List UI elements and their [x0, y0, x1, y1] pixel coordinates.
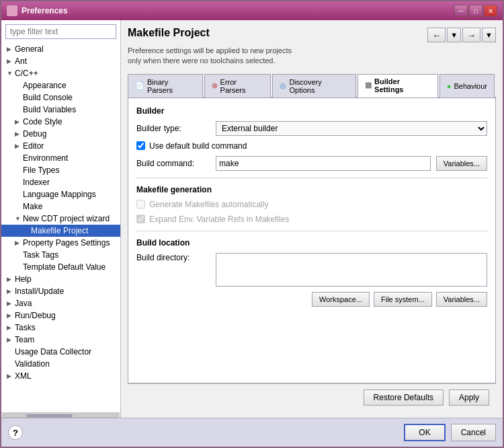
sidebar-item-validation[interactable]: Validation [1, 358, 120, 370]
sidebar-item-build-variables[interactable]: Build Variables [1, 104, 120, 116]
search-input[interactable] [5, 24, 116, 39]
builder-icon: ▦ [365, 81, 372, 89]
makefile-section-title: Makefile generation [136, 185, 487, 194]
sidebar-item-template-default[interactable]: Template Default Value [1, 261, 120, 273]
sidebar-item-usage-data[interactable]: Usage Data Collector [1, 346, 120, 358]
sidebar-item-label: Template Default Value [23, 262, 106, 272]
error-parsers-icon: ⊗ [212, 81, 218, 90]
arrow-icon: ▶ [15, 239, 22, 246]
bottom-bar: Restore Defaults Apply [128, 383, 496, 411]
sidebar-item-code-style[interactable]: ▶ Code Style [1, 116, 120, 128]
arrow-icon: ▶ [7, 324, 13, 331]
workspace-button[interactable]: Workspace... [312, 292, 370, 307]
sidebar-item-new-cdt[interactable]: ▼ New CDT project wizard [1, 213, 120, 225]
sidebar-item-install-update[interactable]: ▶ Install/Update [1, 285, 120, 297]
arrow-icon: ▶ [7, 276, 13, 283]
default-build-command-checkbox[interactable] [136, 141, 145, 150]
tab-discovery-options[interactable]: ◎ Discovery Options [272, 74, 356, 98]
ok-button[interactable]: OK [404, 424, 445, 441]
builder-type-label: Builder type: [136, 124, 210, 133]
sidebar-item-label: Language Mappings [23, 190, 96, 199]
sidebar-item-label: File Types [23, 165, 59, 175]
tab-behaviour[interactable]: ● Behaviour [439, 74, 495, 98]
content-area: Builder Builder type: External builder U… [128, 98, 496, 383]
sidebar-item-environment[interactable]: Environment [1, 152, 120, 164]
tab-label: Builder Settings [374, 77, 431, 94]
sidebar-item-run-debug[interactable]: ▶ Run/Debug [1, 309, 120, 322]
title-bar-left: Preferences [7, 5, 68, 16]
location-variables-button[interactable]: Variables... [436, 292, 487, 307]
sidebar-item-label: Ant [15, 57, 27, 66]
divider2 [136, 231, 487, 231]
bottom-buttons: Restore Defaults Apply [364, 389, 489, 406]
sidebar-item-xml[interactable]: ▶ XML [1, 370, 120, 382]
maximize-button[interactable]: □ [469, 5, 482, 17]
sidebar-item-java[interactable]: ▶ Java [1, 297, 120, 309]
sidebar-item-label: Team [15, 335, 34, 344]
nav-dropdown[interactable]: ▼ [447, 28, 461, 42]
default-build-command-row: Use default build command [136, 141, 487, 151]
sidebar-item-help[interactable]: ▶ Help [1, 273, 120, 285]
default-build-command-label: Use default build command [149, 141, 247, 151]
minimize-button[interactable]: ─ [454, 5, 468, 17]
sidebar-item-label: C/C++ [15, 69, 38, 78]
sidebar-item-language-mappings[interactable]: Language Mappings [1, 188, 120, 200]
tab-builder-settings[interactable]: ▦ Builder Settings [358, 74, 438, 98]
sidebar-item-property-pages[interactable]: ▶ Property Pages Settings [1, 237, 120, 249]
sidebar-item-label: Code Style [23, 117, 62, 126]
restore-defaults-button[interactable]: Restore Defaults [364, 389, 444, 406]
cancel-button[interactable]: Cancel [451, 424, 496, 441]
apply-button[interactable]: Apply [449, 389, 489, 406]
sidebar-item-build-console[interactable]: Build Console [1, 91, 120, 104]
expand-refs-checkbox[interactable] [136, 215, 145, 223]
forward-dropdown[interactable]: ▼ [482, 28, 496, 42]
sidebar-item-label: Validation [15, 359, 50, 369]
sidebar-item-general[interactable]: ▶ General [1, 43, 120, 55]
tab-error-parsers[interactable]: ⊗ Error Parsers [204, 74, 271, 98]
generate-makefiles-label: Generate Makefiles automatically [149, 200, 268, 209]
sidebar-item-makefile-project[interactable]: Makefile Project [1, 225, 120, 237]
sidebar-item-debug[interactable]: ▶ Debug [1, 128, 120, 140]
sidebar-scrollbar[interactable] [1, 412, 120, 418]
build-command-input[interactable] [216, 156, 431, 171]
sidebar-item-team[interactable]: ▶ Team [1, 334, 120, 346]
sidebar-item-label: Tasks [15, 323, 36, 332]
sidebar-item-file-types[interactable]: File Types [1, 164, 120, 176]
main-content: ▶ General ▶ Ant ▼ C/C++ Appearance B [1, 20, 503, 418]
build-location-title: Build location [136, 238, 487, 248]
behaviour-icon: ● [447, 82, 452, 90]
sidebar-item-label: Editor [23, 141, 44, 151]
sidebar-item-appearance[interactable]: Appearance [1, 79, 120, 91]
filesystem-button[interactable]: File system... [374, 292, 432, 307]
tab-binary-parsers[interactable]: 📄 Binary Parsers [128, 74, 203, 98]
sidebar-item-task-tags[interactable]: Task Tags [1, 249, 120, 261]
arrow-icon: ▶ [15, 118, 22, 125]
sidebar-item-label: Debug [23, 129, 46, 139]
sidebar-item-indexer[interactable]: Indexer [1, 176, 120, 188]
sidebar-item-label: General [15, 44, 44, 54]
forward-button[interactable]: → [462, 28, 480, 42]
dialog-buttons: OK Cancel [404, 424, 496, 441]
sidebar-item-make[interactable]: Make [1, 200, 120, 213]
sidebar-item-label: Environment [23, 153, 68, 163]
sidebar-item-tasks[interactable]: ▶ Tasks [1, 322, 120, 334]
build-directory-input[interactable] [216, 253, 487, 287]
sidebar-item-label: Appearance [23, 81, 67, 90]
sidebar-item-label: Run/Debug [15, 311, 56, 320]
tabs: 📄 Binary Parsers ⊗ Error Parsers ◎ Disco… [128, 73, 496, 98]
arrow-icon: ▼ [7, 70, 13, 77]
builder-type-select[interactable]: External builder [216, 121, 487, 136]
sidebar-item-cpp[interactable]: ▼ C/C++ [1, 67, 120, 79]
sidebar-item-editor[interactable]: ▶ Editor [1, 140, 120, 152]
sidebar-item-ant[interactable]: ▶ Ant [1, 55, 120, 67]
arrow-icon: ▶ [7, 300, 13, 307]
expand-refs-label: Expand Env. Variable Refs in Makefiles [149, 215, 289, 224]
close-button[interactable]: ✕ [484, 5, 497, 17]
back-button[interactable]: ← [427, 28, 446, 42]
generate-makefiles-checkbox[interactable] [136, 200, 145, 209]
right-panel: Makefile Project ← ▼ → ▼ Preference sett… [121, 20, 503, 418]
sidebar-item-label: Task Tags [23, 250, 58, 260]
title-buttons: ─ □ ✕ [454, 5, 497, 17]
help-button[interactable]: ? [8, 425, 23, 440]
command-variables-button[interactable]: Variables... [436, 156, 487, 171]
